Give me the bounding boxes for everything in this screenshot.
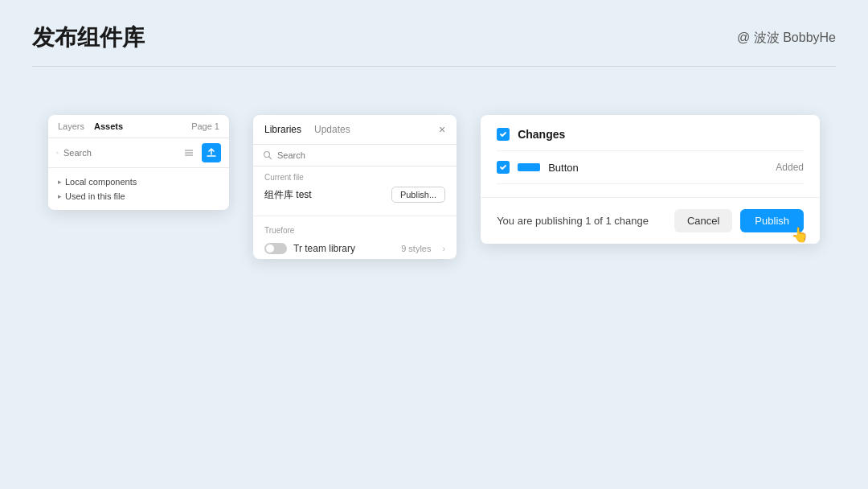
updates-tab[interactable]: Updates [314,124,350,135]
publish-panel-body: Changes Button Added [481,115,820,197]
library-name: Tr team library [293,243,395,254]
publish-panel: Changes Button Added You are publishing … [481,115,820,244]
file-name: 组件库 test [264,188,312,202]
current-file-label: Current file [264,173,445,182]
changes-checkbox[interactable] [497,128,510,141]
component-icon [518,163,540,171]
publish-small-button[interactable]: Publish... [391,187,445,203]
page-indicator: Page 1 [191,121,219,131]
lib-divider [253,216,457,216]
current-file-section: Current file 组件库 test Publish... [253,166,457,212]
close-button[interactable]: × [439,123,445,136]
author-label: @ 波波 BobbyHe [737,30,836,47]
library-toggle[interactable] [264,243,287,254]
svg-line-1 [58,153,59,154]
library-toggle-row: Tr team library 9 styles › [253,238,457,259]
assets-sections: ▸ Local components ▸ Used in this file [48,168,229,210]
truefore-label: Truefore [253,220,457,238]
local-components-label: Local components [65,177,137,187]
component-checkbox[interactable] [497,161,510,174]
assets-search-input[interactable] [63,148,174,158]
used-in-file-label: Used in this file [65,191,125,201]
svg-line-6 [269,157,272,159]
page-header: 发布组件库 @ 波波 BobbyHe [0,0,868,53]
lib-search-row [253,145,457,166]
component-name: Button [548,162,768,174]
component-status: Added [776,162,804,173]
publish-btn-container: Publish 👆 [740,209,804,232]
publish-button[interactable]: Publish [740,209,804,232]
panel-action-icons [179,143,221,162]
panel-tab-row: Layers Assets Page 1 [48,115,229,138]
changes-row: Changes [497,128,804,151]
chevron-icon: ▸ [58,178,62,186]
assets-tab[interactable]: Assets [94,121,123,131]
lib-search-input[interactable] [277,150,447,160]
assets-panel: Layers Assets Page 1 [48,115,229,210]
footer-actions: Cancel Publish 👆 [674,209,804,232]
publish-summary: You are publishing 1 of 1 change [497,215,649,227]
libraries-panel: Libraries Updates × Current file 组件库 tes… [253,115,457,259]
main-area: Layers Assets Page 1 [0,67,868,259]
lib-styles-count: 9 styles [401,244,431,253]
libraries-tab[interactable]: Libraries [264,124,301,135]
publish-footer: You are publishing 1 of 1 change Cancel … [481,197,820,244]
layers-tab[interactable]: Layers [58,121,84,131]
publish-icon-btn[interactable] [202,143,221,162]
search-icon [56,148,59,158]
lib-row-chevron: › [442,244,445,253]
cancel-button[interactable]: Cancel [674,209,732,232]
local-components-item[interactable]: ▸ Local components [58,175,219,189]
chevron-icon-2: ▸ [58,192,62,200]
changes-label: Changes [518,128,565,141]
lib-search-icon [263,150,272,160]
toggle-knob [266,244,274,253]
page-title: 发布组件库 [32,23,145,53]
assets-search-row [48,138,229,168]
used-in-file-item[interactable]: ▸ Used in this file [58,189,219,203]
component-row: Button Added [497,151,804,184]
lib-header-row: Libraries Updates × [253,115,457,145]
list-view-icon[interactable] [179,143,199,162]
file-row: 组件库 test Publish... [264,187,445,203]
